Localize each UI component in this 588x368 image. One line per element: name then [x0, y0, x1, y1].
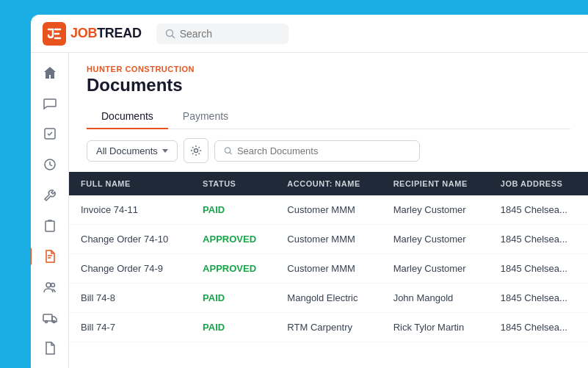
- sidebar-item-users[interactable]: [35, 273, 65, 301]
- cell-recipient-name: Rick Tylor Martin: [382, 313, 489, 342]
- document-icon: [43, 249, 57, 264]
- documents-table: FULL NAME STATUS ACCOUNT: NAME RECIPIENT…: [69, 172, 588, 342]
- cell-account-name: Customer MMM: [275, 225, 381, 254]
- app-wrapper: JOBTREAD: [31, 15, 588, 368]
- truck-icon: [43, 310, 57, 325]
- cell-recipient-name: Marley Customer: [382, 195, 489, 225]
- sidebar-item-document[interactable]: [35, 242, 65, 270]
- table-wrapper: FULL NAME STATUS ACCOUNT: NAME RECIPIENT…: [69, 172, 588, 368]
- topbar: JOBTREAD: [31, 15, 588, 53]
- table-row[interactable]: Change Order 74-9 APPROVED Customer MMM …: [69, 254, 588, 284]
- table-row[interactable]: Invoice 74-11 PAID Customer MMM Marley C…: [69, 195, 588, 225]
- cell-status: APPROVED: [191, 225, 275, 254]
- cell-job-address: 1845 Chelsea...: [489, 195, 588, 225]
- page-title: Documents: [87, 75, 570, 95]
- content: HUNTER CONSTRUCTION Documents Documents …: [69, 53, 588, 368]
- sidebar-item-chat[interactable]: [35, 90, 65, 118]
- table-body: Invoice 74-11 PAID Customer MMM Marley C…: [69, 195, 588, 342]
- col-account-name: ACCOUNT: NAME: [275, 172, 381, 195]
- svg-point-5: [46, 283, 51, 287]
- tab-documents[interactable]: Documents: [87, 104, 168, 129]
- content-header: HUNTER CONSTRUCTION Documents Documents …: [69, 53, 588, 129]
- main-layout: HUNTER CONSTRUCTION Documents Documents …: [31, 53, 588, 368]
- cell-recipient-name: Marley Customer: [382, 225, 489, 254]
- company-label: HUNTER CONSTRUCTION: [87, 65, 570, 73]
- table-header: FULL NAME STATUS ACCOUNT: NAME RECIPIENT…: [69, 172, 588, 195]
- table-row[interactable]: Change Order 74-10 APPROVED Customer MMM…: [69, 225, 588, 254]
- filter-dropdown[interactable]: All Documents: [87, 140, 178, 162]
- cell-status: PAID: [191, 195, 275, 225]
- topbar-search[interactable]: [156, 24, 288, 44]
- tabs: Documents Payments: [87, 104, 570, 129]
- clipboard-icon: [43, 218, 57, 233]
- document-search[interactable]: [214, 140, 420, 162]
- svg-point-10: [194, 149, 197, 153]
- col-job-address: JOB ADDRESS: [489, 172, 588, 195]
- cell-account-name: Customer MMM: [275, 195, 381, 225]
- cell-full-name: Bill 74-8: [69, 284, 191, 313]
- check-icon: [43, 126, 57, 141]
- cell-account-name: Mangold Electric: [275, 284, 381, 313]
- chevron-down-icon: [162, 149, 168, 153]
- chat-icon: [43, 96, 57, 111]
- logo-text: JOBTREAD: [70, 26, 142, 41]
- svg-point-8: [45, 321, 47, 323]
- gear-icon: [190, 145, 202, 156]
- tab-payments[interactable]: Payments: [168, 104, 243, 129]
- cell-status: PAID: [191, 313, 275, 342]
- settings-button[interactable]: [184, 138, 208, 163]
- cell-recipient-name: Marley Customer: [382, 254, 489, 284]
- cell-account-name: RTM Carpentry: [275, 313, 381, 342]
- sidebar-item-clipboard[interactable]: [35, 212, 65, 240]
- home-icon: [43, 65, 57, 80]
- svg-point-6: [51, 283, 54, 286]
- table-row[interactable]: Bill 74-8 PAID Mangold Electric John Man…: [69, 284, 588, 313]
- cell-full-name: Change Order 74-10: [69, 225, 191, 254]
- cell-full-name: Bill 74-7: [69, 313, 191, 342]
- cell-full-name: Invoice 74-11: [69, 195, 191, 225]
- logo-tread: TREAD: [97, 26, 142, 40]
- cell-job-address: 1845 Chelsea...: [489, 254, 588, 284]
- cell-status: PAID: [191, 284, 275, 313]
- sidebar-item-file[interactable]: [35, 334, 65, 362]
- cell-account-name: Customer MMM: [275, 254, 381, 284]
- sidebar-item-home[interactable]: [35, 59, 65, 87]
- col-status: STATUS: [191, 172, 275, 195]
- clock-icon: [43, 157, 57, 172]
- file-icon: [43, 341, 57, 356]
- col-recipient-name: RECIPIENT NAME: [382, 172, 489, 195]
- table-row[interactable]: Bill 74-7 PAID RTM Carpentry Rick Tylor …: [69, 313, 588, 342]
- col-full-name: FULL NAME: [69, 172, 191, 195]
- svg-rect-7: [43, 314, 52, 321]
- sidebar-item-wrench[interactable]: [35, 181, 65, 209]
- sidebar: [31, 53, 69, 368]
- wrench-icon: [43, 188, 57, 203]
- logo: JOBTREAD: [43, 22, 142, 46]
- logo-job: JOB: [70, 26, 97, 40]
- cell-status: APPROVED: [191, 254, 275, 284]
- sidebar-item-clock[interactable]: [35, 151, 65, 178]
- cell-job-address: 1845 Chelsea...: [489, 313, 588, 342]
- sidebar-item-truck[interactable]: [35, 304, 65, 332]
- toolbar: All Documents: [69, 129, 588, 172]
- filter-label: All Documents: [96, 145, 158, 156]
- cell-job-address: 1845 Chelsea...: [489, 225, 588, 254]
- svg-rect-4: [46, 221, 54, 231]
- cell-full-name: Change Order 74-9: [69, 254, 191, 284]
- search-docs-input[interactable]: [237, 145, 410, 156]
- cell-recipient-name: John Mangold: [382, 284, 489, 313]
- logo-icon: [43, 22, 66, 46]
- search-icon: [165, 29, 175, 39]
- cell-job-address: 1845 Chelsea...: [489, 284, 588, 313]
- users-icon: [43, 280, 57, 295]
- search-input[interactable]: [180, 28, 268, 40]
- sidebar-item-check[interactable]: [35, 120, 65, 148]
- search-docs-icon: [224, 146, 233, 156]
